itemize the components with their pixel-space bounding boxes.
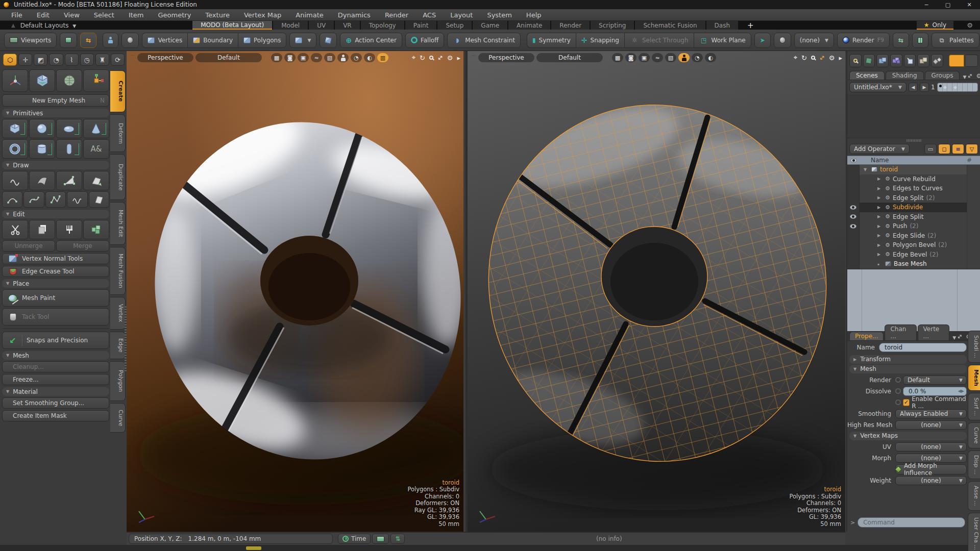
menu-animate[interactable]: Animate bbox=[288, 9, 330, 20]
tab-properties[interactable]: Prope... bbox=[849, 332, 884, 340]
tab-displacement[interactable]: Disp ... bbox=[968, 450, 980, 479]
orbit-icon[interactable]: ↻ bbox=[420, 54, 425, 62]
shading-style-dropdown[interactable]: Default bbox=[536, 53, 603, 62]
boundary-mode-button[interactable]: Boundary bbox=[187, 33, 238, 48]
render-button[interactable]: RenderF9 bbox=[837, 33, 890, 48]
menu-system[interactable]: System bbox=[480, 9, 519, 20]
menu-geometry[interactable]: Geometry bbox=[151, 9, 199, 20]
weight-dropdown[interactable]: (none)▼ bbox=[895, 476, 967, 485]
close-button[interactable]: ✕ bbox=[959, 0, 980, 9]
symmetry-button[interactable]: ▮Symmetry bbox=[527, 33, 576, 48]
triangle-right-icon[interactable]: ▶ bbox=[877, 177, 883, 181]
material-section-header[interactable]: ▼Material bbox=[2, 387, 109, 396]
ghost-items-icon[interactable] bbox=[917, 54, 929, 67]
workspace-tab-dash[interactable]: Dash bbox=[706, 21, 738, 30]
wireframe-toggle-icon[interactable]: ≈ bbox=[311, 53, 322, 62]
triangle-right-icon[interactable]: ▶ bbox=[877, 186, 883, 191]
cylinder-primitive-button[interactable] bbox=[29, 139, 55, 159]
zoom-icon[interactable] bbox=[811, 56, 815, 60]
viewport-layout-button[interactable] bbox=[60, 33, 77, 48]
torus-primitive-button[interactable] bbox=[2, 139, 28, 159]
menu-acs[interactable]: ACS bbox=[415, 9, 443, 20]
add-workspace-tab-button[interactable]: + bbox=[739, 21, 762, 30]
timeline-toggle-button[interactable] bbox=[372, 534, 389, 544]
eye-icon[interactable] bbox=[850, 224, 856, 229]
channel-toggle-button[interactable]: ⇅ bbox=[390, 534, 405, 544]
orbit-icon[interactable]: ↻ bbox=[801, 54, 807, 62]
workspace-tab-modo-beta[interactable]: MODO (Beta Layout) bbox=[192, 21, 272, 30]
render-item-dropdown[interactable]: (none)▼ bbox=[794, 33, 834, 48]
tree-row-edge-split-2[interactable]: ▶⚙Edge Split bbox=[847, 212, 980, 222]
eye-icon[interactable] bbox=[850, 205, 856, 210]
tab-mesh[interactable]: Mesh bbox=[968, 365, 980, 391]
workspace-tab-schematic-fusion[interactable]: Schematic Fusion bbox=[635, 21, 705, 30]
matcap-sphere-icon[interactable]: ◐ bbox=[364, 53, 375, 62]
menu-texture[interactable]: Texture bbox=[198, 9, 237, 20]
scene-thumbnail-strip[interactable] bbox=[937, 83, 978, 92]
tab-vertex[interactable]: Vertex bbox=[110, 297, 126, 330]
tab-edge[interactable]: Edge bbox=[110, 332, 126, 359]
viewport-settings-gear-icon[interactable]: ⚙ bbox=[829, 54, 835, 62]
transform-section-header[interactable]: ▶Transform bbox=[849, 355, 967, 364]
triangle-right-icon[interactable]: ▶ bbox=[877, 243, 883, 247]
channel-ring-icon[interactable] bbox=[895, 399, 901, 405]
maximize-button[interactable]: ▢ bbox=[937, 0, 959, 9]
menu-select[interactable]: Select bbox=[87, 9, 121, 20]
minimize-button[interactable]: ─ bbox=[916, 0, 937, 9]
overlay-toggle-icon[interactable]: ▧ bbox=[665, 53, 676, 62]
tab-assembly[interactable]: Asse ... bbox=[968, 481, 980, 511]
tree-row-base-mesh[interactable]: ▪Base Mesh bbox=[847, 259, 980, 269]
wireframe-toggle-icon[interactable]: ≈ bbox=[652, 53, 663, 62]
ellipsoid-primitive-button[interactable] bbox=[56, 119, 82, 138]
sphere-primitive-button[interactable] bbox=[29, 119, 55, 138]
workspace-tab-scripting[interactable]: Scripting bbox=[591, 21, 634, 30]
menu-item[interactable]: Item bbox=[121, 9, 151, 20]
expand-arrow-icon[interactable]: ▸ bbox=[839, 54, 842, 62]
shading-style-dropdown[interactable]: Default bbox=[195, 53, 262, 62]
swap-viewport-button[interactable]: ⇆ bbox=[893, 33, 909, 48]
workspace-tab-uv[interactable]: UV bbox=[309, 21, 334, 30]
tree-row-edges-to-curves[interactable]: ▶⚙Edges to Curves bbox=[847, 184, 980, 193]
create-item-mask-button[interactable]: Create Item Mask bbox=[2, 410, 109, 421]
command-input[interactable] bbox=[857, 517, 965, 528]
viewport-wireframe[interactable]: ⌒ Perspective Default ▩ ◙ ▣ ≈ ▧ ◔ ◐ ⌖ ↻ … bbox=[465, 51, 845, 532]
polygon-tool-button[interactable] bbox=[56, 171, 82, 190]
envmap-book-icon[interactable]: ▥ bbox=[377, 53, 388, 62]
channel-ring-icon[interactable] bbox=[895, 388, 901, 394]
spiral-tool-button[interactable] bbox=[2, 171, 28, 190]
polyline-curve-button[interactable] bbox=[45, 191, 66, 208]
actor-visibility-icon[interactable] bbox=[678, 53, 690, 62]
tab-create[interactable]: Create bbox=[110, 70, 126, 112]
move-gizmo-tool[interactable] bbox=[83, 69, 109, 92]
uv-dropdown[interactable]: (none)▼ bbox=[895, 442, 967, 452]
draw-section-header[interactable]: ▼Draw bbox=[2, 161, 109, 169]
solo-view-icon[interactable]: ▭ bbox=[924, 144, 937, 154]
tab-groups[interactable]: Groups bbox=[925, 71, 960, 80]
patch-tool-button[interactable] bbox=[29, 171, 55, 190]
text-primitive-button[interactable]: A& bbox=[83, 139, 109, 159]
tree-row-polygon-bevel[interactable]: ▶⚙Polygon Bevel(2) bbox=[847, 240, 980, 250]
menu-dynamics[interactable]: Dynamics bbox=[331, 9, 378, 20]
edge-crease-tool-button[interactable]: Edge Crease Tool bbox=[2, 266, 109, 277]
corner-rotate-icon[interactable]: ⌒ bbox=[130, 54, 135, 62]
list-view-icon[interactable]: ≡ bbox=[952, 144, 964, 154]
tree-row-edge-slide[interactable]: ▶⚙Edge Slide(2) bbox=[847, 231, 980, 241]
background-toggle-icon[interactable]: ▣ bbox=[639, 53, 650, 62]
empty-list-area[interactable] bbox=[847, 269, 980, 331]
tab-deform[interactable]: Deform bbox=[110, 114, 126, 152]
pen-tool-button[interactable] bbox=[83, 171, 109, 190]
filter-funnel-icon[interactable]: ▽ bbox=[966, 144, 978, 154]
hidden-items-icon[interactable] bbox=[931, 54, 943, 67]
projection-dropdown[interactable]: Perspective bbox=[478, 53, 534, 62]
enable-command-checkbox[interactable]: ✓ bbox=[903, 399, 910, 406]
primitives-section-header[interactable]: ▼Primitives bbox=[2, 109, 109, 117]
menu-view[interactable]: View bbox=[57, 9, 87, 20]
duplicate-paper-button[interactable] bbox=[29, 220, 55, 239]
triangle-right-icon[interactable]: ▶ bbox=[877, 195, 883, 200]
snaps-and-precision-button[interactable]: ↙Snaps and Precision bbox=[2, 332, 109, 349]
item-color-swatch[interactable] bbox=[949, 55, 964, 67]
morph-dropdown[interactable]: (none)▼ bbox=[895, 454, 967, 463]
triangle-right-icon[interactable]: ▶ bbox=[877, 233, 883, 238]
falloff-button[interactable]: Falloff bbox=[405, 33, 444, 48]
snapping-button[interactable]: ✛Snapping bbox=[576, 33, 624, 48]
